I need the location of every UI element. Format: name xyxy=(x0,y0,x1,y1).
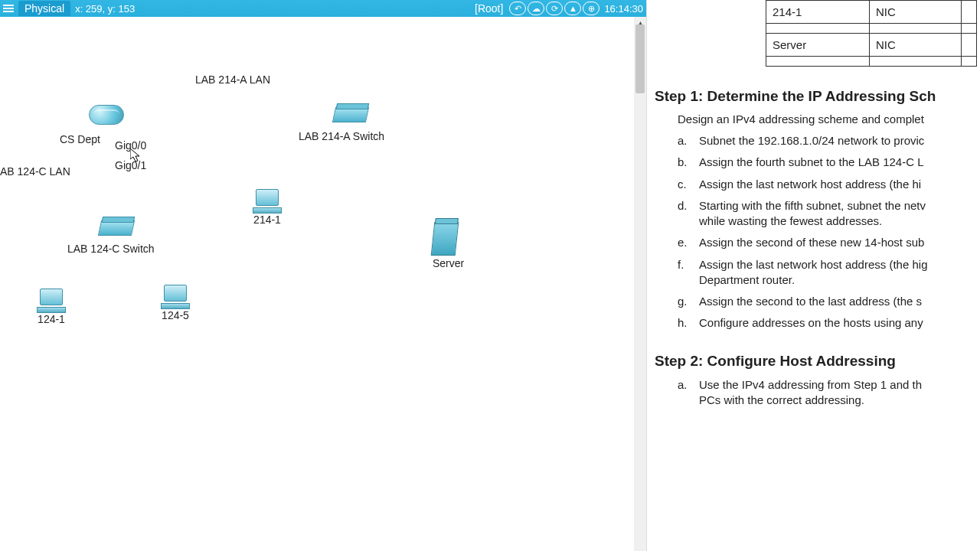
vertical-scrollbar[interactable]: ▴ xyxy=(634,17,646,551)
scrollbar-thumb[interactable] xyxy=(635,24,645,93)
list-item: d.Starting with the fifth subnet, subnet… xyxy=(678,198,980,230)
switch-icon xyxy=(332,107,369,122)
cell-device: 214-1 xyxy=(766,1,870,24)
device-server[interactable]: Server xyxy=(433,222,464,269)
step1-lead: Design an IPv4 addressing scheme and com… xyxy=(678,112,980,126)
device-pc-124-5[interactable]: 124-5 xyxy=(161,285,190,321)
step2-list: a.Use the IPv4 addressing from Step 1 an… xyxy=(678,377,980,409)
label-lan-124c: AB 124-C LAN xyxy=(0,165,70,178)
nav-back-icon[interactable]: ↶ xyxy=(509,2,526,15)
label-pc-214-1: 214-1 xyxy=(253,214,282,226)
step2-heading: Step 2: Configure Host Addressing xyxy=(655,353,980,370)
list-item: a.Subnet the 192.168.1.0/24 network to p… xyxy=(678,133,980,148)
cell-empty xyxy=(766,24,870,34)
label-server: Server xyxy=(433,257,464,269)
table-row xyxy=(766,24,977,34)
label-router-csdept: CS Dept xyxy=(60,133,100,145)
root-breadcrumb[interactable]: [Root] xyxy=(475,2,503,15)
list-item: c.Assign the last network host address (… xyxy=(678,177,980,192)
label-switch-124c: LAB 124-C Switch xyxy=(67,243,155,255)
instructions-document: 214-1 NIC Server NIC Step 1: Determine t… xyxy=(655,0,980,551)
cell-extra xyxy=(962,1,977,24)
cell-extra xyxy=(962,34,977,57)
step1-heading: Step 1: Determine the IP Addressing Sch xyxy=(655,88,980,105)
device-switch-214a[interactable] xyxy=(334,107,368,122)
device-pc-214-1[interactable]: 214-1 xyxy=(253,189,282,226)
list-item: e.Assign the second of these new 14-host… xyxy=(678,235,980,250)
cell-empty xyxy=(766,57,870,67)
list-item: g.Assign the second to the last address … xyxy=(678,294,980,309)
menu-icon[interactable] xyxy=(3,5,14,12)
sim-clock: 16:14:30 xyxy=(604,3,643,15)
cell-extra xyxy=(962,24,977,34)
label-lan-214a: LAB 214-A LAN xyxy=(195,73,270,86)
cell-device: Server xyxy=(766,34,870,57)
router-icon xyxy=(89,105,124,125)
toolbar-left-icons xyxy=(3,5,14,12)
pc-icon xyxy=(161,285,190,308)
server-icon xyxy=(431,222,459,256)
topology-canvas[interactable]: LAB 214-A LAN AB 124-C LAN CS Dept Gig0/… xyxy=(0,17,646,551)
device-router-csdept[interactable] xyxy=(89,105,124,125)
cell-empty xyxy=(870,24,962,34)
device-pc-124-1[interactable]: 124-1 xyxy=(37,289,66,325)
label-switch-214a: LAB 214-A Switch xyxy=(299,130,384,142)
image-icon[interactable]: ▲ xyxy=(564,2,581,15)
cell-extra xyxy=(962,57,977,67)
device-switch-124c[interactable] xyxy=(100,220,133,236)
label-pc-124-1: 124-1 xyxy=(37,313,66,325)
cursor-coordinates: x: 259, y: 153 xyxy=(75,3,135,15)
list-item: f.Assign the last network host address (… xyxy=(678,257,980,289)
pc-icon xyxy=(37,289,66,311)
svg-marker-19 xyxy=(130,148,139,161)
table-row xyxy=(766,57,977,67)
refresh-icon[interactable]: ⟳ xyxy=(546,2,563,15)
list-item: b.Assign the fourth subnet to the LAB 12… xyxy=(678,155,980,170)
table-row: Server NIC xyxy=(766,34,977,57)
tab-physical[interactable]: Physical xyxy=(18,1,70,16)
step1-list: a.Subnet the 192.168.1.0/24 network to p… xyxy=(678,133,980,331)
list-item: h.Configure addresses on the hosts using… xyxy=(678,315,980,331)
pt-toolbar: Physical x: 259, y: 153 [Root] ↶ ☁ ⟳ ▲ ⊕… xyxy=(0,0,646,17)
table-row: 214-1 NIC xyxy=(766,1,977,24)
globe-icon[interactable]: ⊕ xyxy=(583,2,599,15)
packet-tracer-window: Physical x: 259, y: 153 [Root] ↶ ☁ ⟳ ▲ ⊕… xyxy=(0,0,647,551)
pc-icon xyxy=(253,189,282,212)
cloud-add-icon[interactable]: ☁ xyxy=(528,2,544,15)
list-item: a.Use the IPv4 addressing from Step 1 an… xyxy=(678,377,980,409)
addressing-table: 214-1 NIC Server NIC xyxy=(766,0,977,67)
switch-icon xyxy=(98,220,135,236)
cell-empty xyxy=(870,57,962,67)
mouse-cursor-icon xyxy=(130,148,142,164)
cell-interface: NIC xyxy=(870,34,962,57)
label-pc-124-5: 124-5 xyxy=(161,309,190,321)
cell-interface: NIC xyxy=(870,1,962,24)
